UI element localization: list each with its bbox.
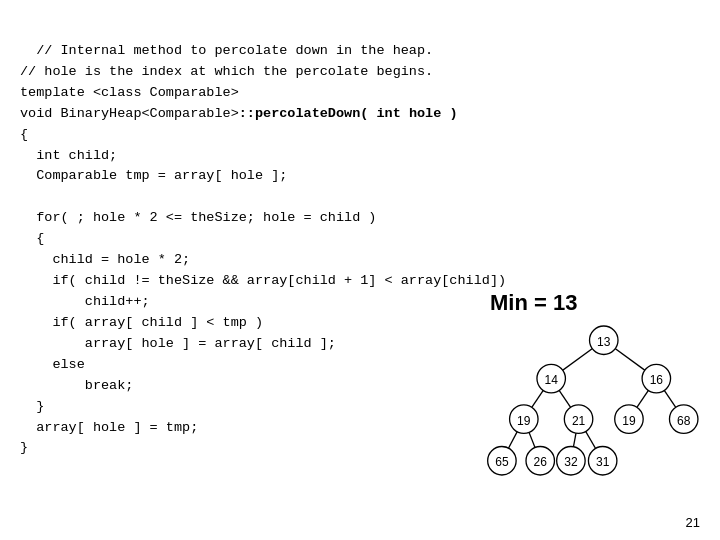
svg-text:14: 14: [544, 373, 558, 387]
svg-text:32: 32: [564, 455, 578, 469]
svg-text:68: 68: [677, 414, 691, 428]
code-line-20: }: [20, 440, 28, 455]
svg-text:65: 65: [495, 455, 509, 469]
code-line-11: child = hole * 2;: [20, 252, 190, 267]
code-line-2: // hole is the index at which the percol…: [20, 64, 433, 79]
svg-text:21: 21: [572, 414, 586, 428]
page-number: 21: [686, 515, 700, 530]
svg-text:19: 19: [517, 414, 531, 428]
code-line-16: else: [20, 357, 85, 372]
min-label: Min = 13: [490, 290, 577, 316]
code-line-19: array[ hole ] = tmp;: [20, 420, 198, 435]
code-line-8: [20, 189, 28, 204]
tree-diagram: Min = 13 13 14 16 19 21 19 68: [480, 290, 710, 490]
code-line-4-plain: void BinaryHeap<Comparable>: [20, 106, 239, 121]
code-line-9: for( ; hole * 2 <= theSize; hole = child…: [20, 210, 376, 225]
code-line-4-bold: ::percolateDown( int hole ): [239, 106, 458, 121]
svg-text:26: 26: [534, 455, 548, 469]
code-line-18: }: [20, 399, 44, 414]
tree-svg: 13 14 16 19 21 19 68 65 26 32 31: [480, 318, 710, 483]
code-line-15: array[ hole ] = array[ child ];: [20, 336, 336, 351]
code-line-12: if( child != theSize && array[child + 1]…: [20, 273, 506, 288]
code-line-6: int child;: [20, 148, 117, 163]
code-line-17: break;: [20, 378, 133, 393]
code-line-10: {: [20, 231, 44, 246]
code-line-14: if( array[ child ] < tmp ): [20, 315, 263, 330]
svg-text:16: 16: [650, 373, 664, 387]
svg-text:13: 13: [597, 335, 611, 349]
code-line-7: Comparable tmp = array[ hole ];: [20, 168, 287, 183]
svg-text:31: 31: [596, 455, 610, 469]
code-line-3: template <class Comparable>: [20, 85, 239, 100]
code-line-5: {: [20, 127, 28, 142]
svg-text:19: 19: [622, 414, 636, 428]
code-line-1: // Internal method to percolate down in …: [36, 43, 433, 58]
code-line-13: child++;: [20, 294, 150, 309]
